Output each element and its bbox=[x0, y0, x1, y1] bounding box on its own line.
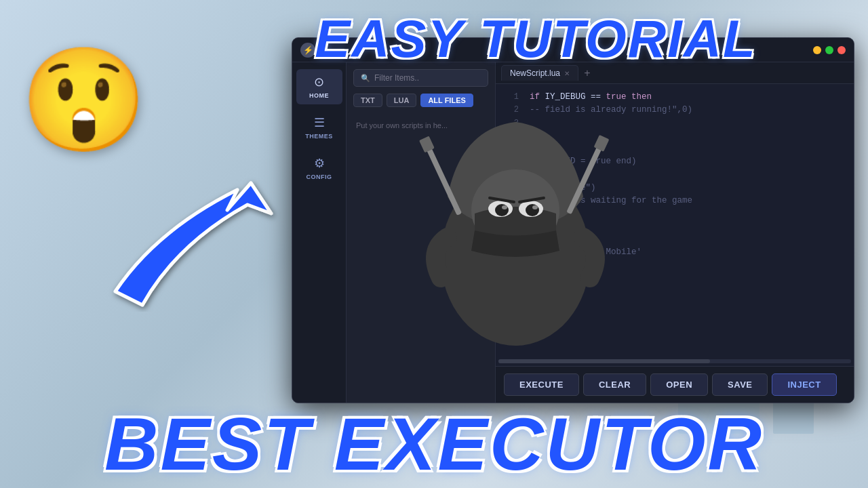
code-line-2: 2 -- field is already running!",0) bbox=[496, 104, 854, 117]
code-line-8: -- ui") bbox=[496, 169, 854, 182]
config-icon: ⚙ bbox=[314, 156, 325, 171]
filter-buttons-group: TXT LUA ALL FILES bbox=[347, 94, 495, 114]
filter-lua-button[interactable]: LUA bbox=[387, 94, 417, 107]
home-icon: ⊙ bbox=[314, 75, 324, 89]
sidebar-item-config[interactable]: ⚙ CONFIG bbox=[296, 150, 342, 186]
horizontal-scrollbar[interactable] bbox=[498, 359, 851, 363]
clear-button[interactable]: CLEAR bbox=[583, 373, 646, 396]
code-line-15: 15 bbox=[496, 208, 854, 221]
window-body: ⊙ HOME ☰ THEMES ⚙ CONFIG 🔍 Filter Items.… bbox=[292, 62, 854, 403]
filter-txt-button[interactable]: TXT bbox=[353, 94, 382, 107]
code-line-5: 5 bbox=[496, 143, 854, 156]
sidebar-config-label: CONFIG bbox=[307, 174, 332, 180]
search-box[interactable]: 🔍 Filter Items.. bbox=[353, 69, 488, 87]
themes-icon: ☰ bbox=[314, 115, 325, 130]
tab-newscript-label: NewScript.lua bbox=[510, 68, 560, 78]
code-line-10: -- "Message") bbox=[496, 182, 854, 195]
code-line-6: 6 -- LOADED = true end) bbox=[496, 155, 854, 168]
action-bar: EXECUTE CLEAR OPEN SAVE INJECT bbox=[496, 366, 854, 403]
search-placeholder-text: Filter Items.. bbox=[374, 73, 419, 83]
open-button[interactable]: OPEN bbox=[650, 373, 708, 396]
filter-allfiles-button[interactable]: ALL FILES bbox=[420, 94, 473, 107]
surprised-emoji: 😲 bbox=[20, 41, 147, 160]
sidebar-home-label: HOME bbox=[309, 92, 329, 99]
code-line-16: 16 en bbox=[496, 220, 854, 233]
sidebar-item-themes[interactable]: ☰ THEMES bbox=[296, 110, 342, 145]
sidebar-item-home[interactable]: ⊙ HOME bbox=[296, 69, 342, 104]
code-line-4: 4 en bbox=[496, 129, 854, 142]
page-top-title: EASY TUTORIAL bbox=[237, 12, 834, 65]
code-line-3: 3 bbox=[496, 117, 854, 130]
editor-panel: NewScript.lua ✕ + 1 if IY_DEBUG == true … bbox=[496, 62, 854, 403]
scroll-thumb bbox=[498, 359, 710, 363]
file-hint-text: Put your own scripts in he... bbox=[347, 114, 495, 138]
sidebar: ⊙ HOME ☰ THEMES ⚙ CONFIG bbox=[292, 62, 347, 403]
code-line-18: 18 currentv... -- Mobile' bbox=[496, 246, 854, 259]
sidebar-themes-label: THEMES bbox=[305, 133, 333, 140]
code-line-17: 17 bbox=[496, 234, 854, 247]
code-line-11: -- field is waiting for the game bbox=[496, 195, 854, 207]
tab-close-icon[interactable]: ✕ bbox=[564, 70, 570, 77]
page-bottom-title: BEST EXECUTOR bbox=[0, 407, 868, 481]
file-panel: 🔍 Filter Items.. TXT LUA ALL FILES Put y… bbox=[347, 62, 496, 403]
arrow-pointer bbox=[102, 176, 305, 312]
code-editor[interactable]: 1 if IY_DEBUG == true then 2 -- field is… bbox=[496, 84, 854, 359]
save-button[interactable]: SAVE bbox=[712, 373, 768, 396]
executor-window: ⚡ ⊙ HOME ☰ THEMES ⚙ CONFIG bbox=[292, 37, 854, 403]
inject-button[interactable]: INJECT bbox=[772, 373, 836, 396]
execute-button[interactable]: EXECUTE bbox=[504, 373, 579, 396]
code-line-19: 19 bbox=[496, 260, 854, 272]
close-button[interactable] bbox=[837, 46, 846, 54]
code-line-1: 1 if IY_DEBUG == true then bbox=[496, 91, 854, 104]
search-icon: 🔍 bbox=[361, 74, 370, 83]
